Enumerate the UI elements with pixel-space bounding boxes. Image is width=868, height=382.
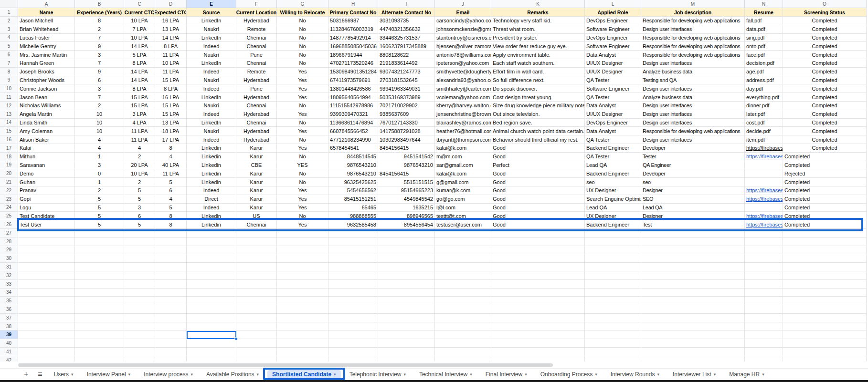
cell-I42[interactable] [378, 356, 435, 361]
cell-J9[interactable]: alexandria93@yahoo.com [435, 76, 491, 85]
cell-M29[interactable] [641, 246, 745, 255]
cell-F36[interactable] [236, 305, 277, 314]
cell-A7[interactable]: Hannah Green [18, 59, 75, 68]
cell-J27[interactable] [435, 229, 491, 237]
row-header-15[interactable]: 15 [0, 127, 18, 135]
column-header-N[interactable]: N [745, 0, 783, 8]
cell-E7[interactable]: LinkedIn [187, 59, 236, 68]
cell-I10[interactable]: 93941963349031 [378, 84, 435, 93]
cell-C13[interactable]: 3 LPA [124, 110, 155, 119]
cell-K31[interactable] [491, 263, 585, 271]
cell-G20[interactable]: No [277, 169, 328, 178]
column-header-O[interactable]: O [783, 0, 867, 8]
cell-A13[interactable]: Angela Martin [18, 110, 75, 119]
sheet-tab-interview-panel[interactable]: Interview Panel▾ [82, 370, 136, 379]
cell-H41[interactable] [328, 348, 378, 356]
cell-N7[interactable]: decision.pdf [745, 59, 783, 68]
cell-D6[interactable]: 11 LPA [155, 51, 187, 59]
cell-A5[interactable]: Michelle Gentry [18, 42, 75, 51]
cell-M1[interactable]: Job description [641, 8, 745, 17]
cell-A29[interactable] [18, 246, 75, 255]
cell-B16[interactable]: 4 [75, 135, 124, 144]
cell-D37[interactable] [155, 314, 187, 322]
cell-D40[interactable] [155, 339, 187, 348]
cell-C34[interactable] [124, 289, 155, 297]
cell-D33[interactable] [155, 280, 187, 289]
cell-J32[interactable] [435, 271, 491, 280]
cell-B18[interactable]: 1 [75, 153, 124, 161]
cell-M18[interactable]: Tester [641, 153, 745, 161]
cell-A18[interactable]: Mithun [18, 153, 75, 161]
cell-K34[interactable] [491, 289, 585, 297]
cell-N10[interactable]: day.pdf [745, 84, 783, 93]
cell-C23[interactable]: 5 [124, 195, 155, 204]
cell-A10[interactable]: Connie Jackson [18, 84, 75, 93]
cell-G34[interactable] [277, 289, 328, 297]
cell-O8[interactable]: Completed [783, 68, 867, 76]
cell-N12[interactable]: dinner.pdf [745, 102, 783, 110]
row-header-34[interactable]: 34 [0, 289, 18, 297]
cell-J7[interactable]: ipeterson@yahoo.com [435, 59, 491, 68]
cell-M6[interactable]: Responsible for developing web applicati… [641, 51, 745, 59]
cell-B19[interactable]: 3 [75, 161, 124, 170]
cell-K35[interactable] [491, 297, 585, 305]
cell-L28[interactable] [585, 237, 641, 246]
cell-G31[interactable] [277, 263, 328, 271]
cell-M33[interactable] [641, 280, 745, 289]
cell-O11[interactable]: Completed [783, 93, 867, 102]
cell-K3[interactable]: Threat what room. [491, 25, 585, 34]
cell-B1[interactable]: Experience (Years) [75, 8, 124, 17]
cell-I11[interactable]: 50353169373989 [378, 93, 435, 102]
cell-K5[interactable]: View order fear reduce guy eye. [491, 42, 585, 51]
row-header-21[interactable]: 21 [0, 178, 18, 186]
cell-E4[interactable]: LinkedIn [187, 34, 236, 42]
cell-M10[interactable]: Design user interfaces [641, 84, 745, 93]
cell-G27[interactable] [277, 229, 328, 237]
cell-C21[interactable]: 2 [124, 178, 155, 186]
cell-O9[interactable]: Completed [783, 76, 867, 85]
cell-H17[interactable]: 6578454541 [328, 144, 378, 153]
cell-F28[interactable] [236, 237, 277, 246]
cell-H32[interactable] [328, 271, 378, 280]
cell-I19[interactable]: 9876543210 [378, 161, 435, 170]
cell-M32[interactable] [641, 271, 745, 280]
cell-F26[interactable]: Chennai [236, 220, 277, 229]
cell-O18[interactable]: Completed [783, 153, 867, 161]
cell-A20[interactable]: Demo [18, 169, 75, 178]
cell-F20[interactable]: Karur [236, 169, 277, 178]
cell-F7[interactable]: Chennai [236, 59, 277, 68]
cell-C7[interactable]: 8 LPA [124, 59, 155, 68]
cell-H29[interactable] [328, 246, 378, 255]
row-header-42[interactable]: 42 [0, 356, 18, 361]
cell-C28[interactable] [124, 237, 155, 246]
cell-H19[interactable]: 9876543210 [328, 161, 378, 170]
row-header-10[interactable]: 10 [0, 84, 18, 93]
cell-L6[interactable]: Data Analyst [585, 51, 641, 59]
cell-H22[interactable]: 5454656562 [328, 186, 378, 195]
cell-D41[interactable] [155, 348, 187, 356]
row-header-22[interactable]: 22 [0, 186, 18, 195]
cell-M21[interactable]: seo [641, 178, 745, 186]
cell-G24[interactable]: Yes [277, 204, 328, 212]
cell-N21[interactable] [745, 178, 783, 186]
cell-H26[interactable]: 9632585458 [328, 220, 378, 229]
sheet-tab-available-positions[interactable]: Available Positions▾ [201, 370, 264, 379]
cell-A9[interactable]: Christopher Woods [18, 76, 75, 85]
cell-D23[interactable]: 4 [155, 195, 187, 204]
cell-J11[interactable]: vcoleman@yahoo.com [435, 93, 491, 102]
cell-E26[interactable]: Linkedin [187, 220, 236, 229]
cell-B39[interactable] [75, 330, 124, 339]
cell-I39[interactable] [378, 330, 435, 339]
row-header-38[interactable]: 38 [0, 322, 18, 331]
cell-D5[interactable]: 8 LPA [155, 42, 187, 51]
cell-E24[interactable]: Indeed [187, 204, 236, 212]
cell-O13[interactable]: Completed [783, 110, 867, 119]
cell-I25[interactable]: 898946565 [378, 212, 435, 220]
cell-F34[interactable] [236, 289, 277, 297]
cell-I24[interactable]: 1635215 [378, 204, 435, 212]
cell-G26[interactable]: Yes [277, 220, 328, 229]
cell-A36[interactable] [18, 305, 75, 314]
cell-M19[interactable]: QA Engineer [641, 161, 745, 170]
cell-L35[interactable] [585, 297, 641, 305]
cell-J39[interactable] [435, 330, 491, 339]
